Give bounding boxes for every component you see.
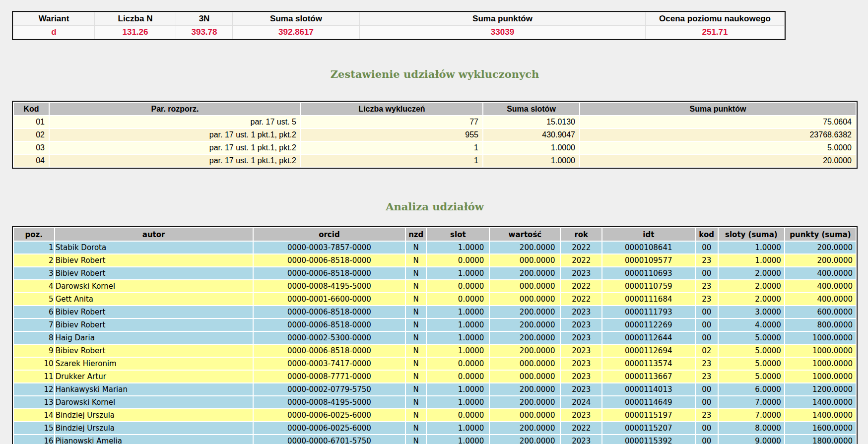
cell-idt: 0000114013	[602, 383, 694, 395]
cell-rok: 2022	[561, 242, 601, 254]
cell-idt: 0000115392	[602, 435, 694, 444]
cell-slot: 1.0000	[427, 422, 489, 434]
cell-poz: 4	[14, 280, 54, 292]
cell-par: par. 17 ust. 1 pkt.1, pkt.2	[50, 142, 300, 154]
table-row: 6Bibiev Robert0000-0006-8518-0000N1.0000…	[14, 306, 856, 318]
cell-poz: 1	[14, 242, 54, 254]
summary-header-row: WariantLiczba N3NSuma slotówSuma punktów…	[13, 12, 784, 25]
column-header: Par. rozporz.	[50, 103, 300, 115]
cell-poz: 10	[14, 358, 54, 370]
cell-orcid: 0000-0001-6600-0000	[254, 293, 405, 305]
cell-sloty_suma: 6.0000	[719, 383, 784, 395]
column-header: Suma punktów	[360, 12, 645, 25]
cell-poz: 14	[14, 409, 54, 421]
table-row: 9Bibiev Robert0000-0006-8518-0000N1.0000…	[14, 345, 856, 357]
cell-orcid: 0000-0002-5300-0000	[254, 332, 405, 344]
cell-autor: Bibiev Robert	[55, 254, 253, 266]
cell-nzd: N	[406, 293, 426, 305]
cell-kod: 00	[696, 242, 718, 254]
table-row: 1Stabik Dorota0000-0003-7857-0000N1.0000…	[14, 242, 856, 254]
analysis-header-row: poz.autororcidnzdslotwartośćrokidtkodslo…	[14, 228, 856, 241]
excluded-table-head: KodPar. rozporz.Liczba wykluczeńSuma slo…	[14, 103, 856, 115]
column-header: kod	[696, 228, 718, 241]
column-header: 3N	[176, 12, 232, 25]
cell-wartosc: 200.0000	[490, 383, 560, 395]
cell-kod: 23	[696, 358, 718, 370]
cell-liczba: 955	[301, 129, 482, 141]
cell-wartosc: 000.0000	[490, 371, 560, 382]
cell-wartosc: 200.0000	[490, 332, 560, 344]
table-row: 3Bibiev Robert0000-0006-8518-0000N1.0000…	[14, 267, 856, 279]
cell-nzd: N	[406, 435, 426, 444]
cell-wariant: d	[13, 26, 94, 39]
cell-wartosc: 000.0000	[490, 254, 560, 266]
table-row: 5Gett Anita0000-0001-6600-0000N0.0000000…	[14, 293, 856, 305]
cell-rok: 2022	[561, 293, 601, 305]
column-header: Wariant	[13, 12, 94, 25]
cell-wartosc: 200.0000	[490, 267, 560, 279]
column-header: Liczba N	[95, 12, 176, 25]
table-row: 12Hankawyski Marian0000-0002-0779-5750N1…	[14, 383, 856, 395]
cell-wartosc: 000.0000	[490, 409, 560, 421]
cell-poz: 7	[14, 319, 54, 331]
column-header: Suma slotów	[483, 103, 579, 115]
cell-rok: 2024	[561, 396, 601, 408]
cell-poz: 12	[14, 383, 54, 395]
cell-punkty_suma: 400.0000	[785, 267, 856, 279]
excluded-header-row: KodPar. rozporz.Liczba wykluczeńSuma slo…	[14, 103, 856, 115]
column-header: slot	[427, 228, 489, 241]
table-row: 11Drukker Artur0000-0008-7771-0000N0.000…	[14, 371, 856, 382]
cell-autor: Bibiev Robert	[55, 345, 253, 357]
cell-punkty_suma: 200.0000	[785, 242, 856, 254]
cell-poz: 3	[14, 267, 54, 279]
cell-kod: 04	[14, 155, 49, 167]
cell-nzd: N	[406, 254, 426, 266]
cell-suma_slotow: 392.8617	[233, 26, 359, 39]
cell-sloty: 1.0000	[483, 142, 579, 154]
excluded-table: KodPar. rozporz.Liczba wykluczeńSuma slo…	[12, 101, 858, 169]
cell-orcid: 0000-0006-8518-0000	[254, 319, 405, 331]
cell-rok: 2022	[561, 280, 601, 292]
cell-sloty_suma: 8.0000	[719, 422, 784, 434]
report-page: WariantLiczba N3NSuma slotówSuma punktów…	[0, 0, 868, 444]
cell-slot: 1.0000	[427, 242, 489, 254]
analysis-section-title: Analiza udziałów	[12, 200, 858, 213]
cell-sloty_suma: 9.0000	[719, 435, 784, 444]
cell-nzd: N	[406, 306, 426, 318]
cell-orcid: 0000-0003-7417-0000	[254, 358, 405, 370]
cell-par: par. 17 ust. 1 pkt.1, pkt.2	[50, 155, 300, 167]
cell-idt: 0000112694	[602, 345, 694, 357]
cell-par: par. 17 ust. 1 pkt.1, pkt.2	[50, 129, 300, 141]
cell-wartosc: 200.0000	[490, 422, 560, 434]
cell-rok: 2023	[561, 383, 601, 395]
cell-rok: 2023	[561, 409, 601, 421]
cell-punkty_suma: 1600.0000	[785, 422, 856, 434]
cell-wartosc: 000.0000	[490, 280, 560, 292]
summary-table: WariantLiczba N3NSuma slotówSuma punktów…	[12, 11, 786, 40]
cell-punkty_suma: 1000.0000	[785, 358, 856, 370]
column-header: sloty (suma)	[719, 228, 784, 241]
cell-kod: 00	[696, 383, 718, 395]
cell-nzd: N	[406, 242, 426, 254]
cell-par: par. 17 ust. 5	[50, 116, 300, 128]
cell-slot: 1.0000	[427, 306, 489, 318]
cell-wartosc: 200.0000	[490, 306, 560, 318]
cell-sloty_suma: 5.0000	[719, 371, 784, 382]
cell-orcid: 0000-0006-0025-6000	[254, 422, 405, 434]
cell-autor: Pijanowski Amelia	[55, 435, 253, 444]
cell-punkty: 75.0604	[580, 116, 856, 128]
column-header: punkty (suma)	[785, 228, 856, 241]
cell-autor: Bibiev Robert	[55, 319, 253, 331]
cell-sloty_suma: 5.0000	[719, 358, 784, 370]
column-header: idt	[602, 228, 694, 241]
column-header: Ocena poziomu naukowego	[646, 12, 784, 25]
cell-slot: 1.0000	[427, 345, 489, 357]
cell-idt: 0000110693	[602, 267, 694, 279]
cell-autor: Bindziej Urszula	[55, 409, 253, 421]
table-row: d131.26393.78392.861733039251.71	[13, 26, 784, 39]
cell-sloty_suma: 1.0000	[719, 254, 784, 266]
cell-idt: 0000110759	[602, 280, 694, 292]
cell-idt: 0000114649	[602, 396, 694, 408]
table-row: 01par. 17 ust. 57715.013075.0604	[14, 116, 856, 128]
cell-autor: Szarek Hieronim	[55, 358, 253, 370]
